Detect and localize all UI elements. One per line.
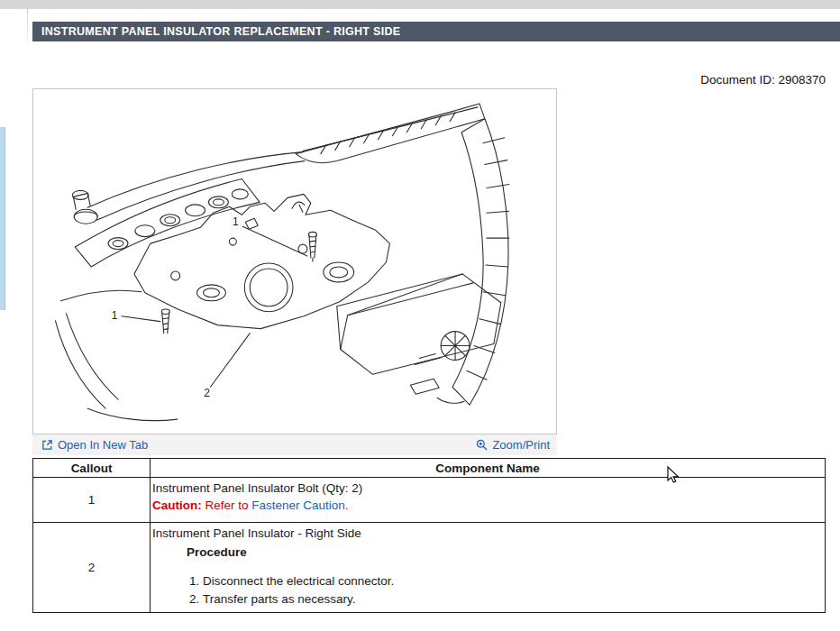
component-table: Callout Component Name 1 Instrument Pane… xyxy=(32,458,826,613)
open-in-new-tab-link[interactable]: Open In New Tab xyxy=(41,438,148,452)
procedure-label: Procedure xyxy=(187,544,821,561)
component-name: Instrument Panel Insulator - Right Side xyxy=(152,525,821,542)
figure-panel: 1 1 2 Open In New Tab xyxy=(32,88,557,455)
callout-cell: 2 xyxy=(33,523,151,613)
zoom-icon xyxy=(476,439,488,451)
diagram-image: 1 1 2 xyxy=(32,88,557,434)
table-row: 2 Instrument Panel Insulator - Right Sid… xyxy=(33,523,826,613)
table-header-callout: Callout xyxy=(33,459,151,478)
caution-text: Refer to xyxy=(202,498,252,512)
fastener-caution-link[interactable]: Fastener Caution xyxy=(251,498,345,512)
background-window-edge xyxy=(0,127,5,310)
callout-label-1b: 1 xyxy=(112,309,118,322)
page: INSTRUMENT PANEL INSULATOR REPLACEMENT -… xyxy=(0,0,840,631)
open-in-new-tab-icon xyxy=(41,439,53,451)
open-in-new-tab-label: Open In New Tab xyxy=(58,438,148,452)
procedure-step: Disconnect the electrical connector. xyxy=(203,572,821,590)
window-corner-edge xyxy=(27,9,28,50)
table-header-row: Callout Component Name xyxy=(33,459,826,478)
table-row: 1 Instrument Panel Insulator Bolt (Qty: … xyxy=(33,478,826,523)
caution-line: Caution: Refer to Fastener Caution. xyxy=(152,497,821,514)
callout-label-2: 2 xyxy=(204,387,210,399)
procedure-step: Transfer parts as necessary. xyxy=(203,590,821,608)
component-cell: Instrument Panel Insulator - Right Side … xyxy=(151,523,826,613)
component-cell: Instrument Panel Insulator Bolt (Qty: 2)… xyxy=(151,478,826,523)
caution-period: . xyxy=(345,498,349,512)
callout-label-1a: 1 xyxy=(233,215,239,228)
section-title-bar: INSTRUMENT PANEL INSULATOR REPLACEMENT -… xyxy=(32,22,840,41)
component-name: Instrument Panel Insulator Bolt (Qty: 2) xyxy=(152,480,821,497)
caution-label: Caution: xyxy=(152,498,202,512)
callout-cell: 1 xyxy=(33,478,151,523)
document-id: Document ID: 2908370 xyxy=(700,73,826,87)
zoom-print-link[interactable]: Zoom/Print xyxy=(476,438,550,452)
figure-toolbar: Open In New Tab Zoom/Print xyxy=(32,434,557,455)
section-title: INSTRUMENT PANEL INSULATOR REPLACEMENT -… xyxy=(41,25,400,38)
window-chrome-strip xyxy=(0,0,840,9)
zoom-print-label: Zoom/Print xyxy=(492,438,550,452)
table-header-component: Component Name xyxy=(151,459,826,478)
procedure-steps: Disconnect the electrical connector. Tra… xyxy=(183,572,821,608)
